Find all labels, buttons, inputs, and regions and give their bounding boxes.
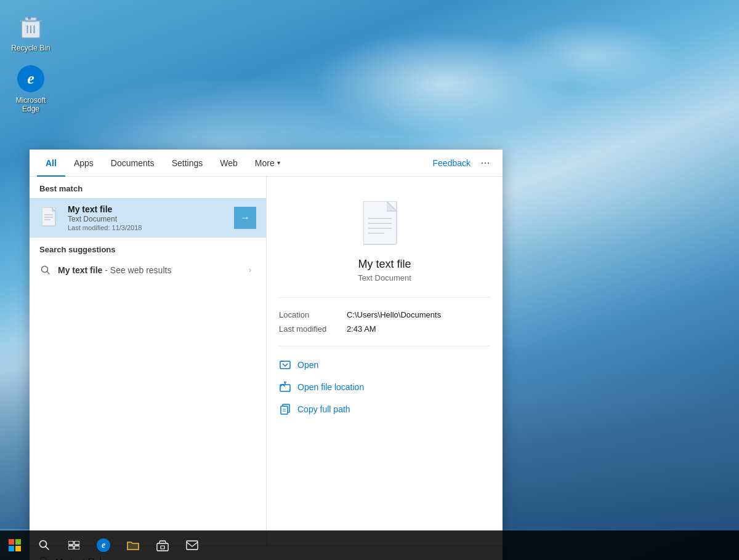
taskbar-search-button[interactable] bbox=[30, 530, 59, 560]
best-match-item[interactable]: My text file Text Document Last modified… bbox=[30, 198, 266, 238]
microsoft-edge-icon[interactable]: e Microsoft Edge bbox=[6, 62, 55, 116]
recycle-bin-icon[interactable]: ♻ Recycle Bin bbox=[6, 9, 55, 55]
svg-rect-40 bbox=[161, 546, 164, 549]
file-preview: My text file Text Document bbox=[279, 189, 490, 298]
suggestion-search-icon bbox=[39, 264, 52, 276]
modified-label: Last modified bbox=[279, 324, 347, 334]
recycle-bin-label: Recycle Bin bbox=[11, 44, 50, 52]
taskbar-store-button[interactable] bbox=[148, 530, 177, 560]
svg-rect-37 bbox=[68, 546, 73, 550]
copy-path-button[interactable]: Copy full path bbox=[279, 401, 490, 418]
more-options-button[interactable]: ··· bbox=[475, 153, 495, 173]
open-icon bbox=[279, 359, 291, 371]
svg-rect-18 bbox=[280, 361, 290, 369]
modified-row: Last modified 2:43 AM bbox=[279, 322, 490, 336]
location-row: Location C:\Users\Hello\Documents bbox=[279, 308, 490, 322]
taskview-button[interactable] bbox=[59, 530, 89, 560]
best-match-label: Best match bbox=[30, 177, 266, 198]
file-name-large: My text file bbox=[358, 258, 411, 271]
svg-line-12 bbox=[47, 272, 50, 274]
tab-documents[interactable]: Documents bbox=[102, 150, 163, 177]
svg-rect-29 bbox=[9, 539, 14, 545]
tabs-bar: All Apps Documents Settings Web More ▾ F… bbox=[30, 150, 503, 177]
svg-rect-24 bbox=[281, 406, 288, 414]
open-location-label: Open file location bbox=[297, 382, 364, 392]
svg-rect-39 bbox=[157, 543, 168, 551]
right-panel: My text file Text Document Location C:\U… bbox=[267, 177, 503, 546]
modified-value: 2:43 AM bbox=[347, 324, 376, 334]
tab-all[interactable]: All bbox=[37, 150, 65, 177]
tab-apps[interactable]: Apps bbox=[65, 150, 102, 177]
best-match-type: Text Document bbox=[68, 215, 234, 223]
tab-more[interactable]: More ▾ bbox=[246, 150, 289, 177]
chevron-down-icon: ▾ bbox=[277, 159, 280, 166]
best-match-name: My text file bbox=[68, 204, 234, 214]
arrow-right-icon: → bbox=[240, 212, 250, 223]
open-location-icon bbox=[279, 381, 291, 393]
taskbar-explorer-button[interactable] bbox=[118, 530, 148, 560]
location-value: C:\Users\Hello\Documents bbox=[347, 310, 441, 319]
svg-rect-41 bbox=[187, 541, 198, 550]
suggestion-arrow-icon: › bbox=[244, 264, 256, 276]
svg-rect-35 bbox=[68, 541, 73, 545]
suggestion-suffix: - See web results bbox=[102, 265, 171, 275]
taskbar-mail-button[interactable] bbox=[177, 530, 207, 560]
svg-rect-31 bbox=[9, 546, 14, 551]
search-suggestion-item[interactable]: My text file - See web results › bbox=[30, 259, 266, 281]
file-details: Location C:\Users\Hello\Documents Last m… bbox=[279, 298, 490, 346]
svg-rect-32 bbox=[15, 546, 21, 551]
best-match-text: My text file Text Document Last modified… bbox=[68, 204, 234, 231]
feedback-button[interactable]: Feedback bbox=[428, 158, 475, 168]
suggestion-query: My text file bbox=[58, 265, 102, 275]
search-panel: All Apps Documents Settings Web More ▾ F… bbox=[30, 150, 503, 560]
taskbar-edge-button[interactable]: e bbox=[89, 530, 118, 560]
edge-e-letter: e bbox=[27, 70, 34, 88]
copy-path-label: Copy full path bbox=[297, 404, 350, 414]
left-panel: Best match My text f bbox=[30, 177, 267, 546]
file-type-large: Text Document bbox=[358, 273, 411, 282]
file-actions: Open Open file location bbox=[279, 346, 490, 428]
svg-rect-30 bbox=[15, 539, 21, 545]
svg-line-34 bbox=[46, 546, 49, 550]
suggestion-text: My text file - See web results bbox=[58, 265, 244, 275]
open-button[interactable]: Open bbox=[279, 356, 490, 374]
svg-rect-36 bbox=[75, 541, 79, 545]
copy-path-icon bbox=[279, 403, 291, 415]
tab-settings[interactable]: Settings bbox=[163, 150, 212, 177]
microsoft-edge-label: Microsoft Edge bbox=[9, 96, 53, 114]
taskbar: e bbox=[0, 530, 739, 560]
best-match-arrow-button[interactable]: → bbox=[234, 207, 256, 229]
search-content: Best match My text f bbox=[30, 177, 503, 546]
desktop: ♻ Recycle Bin e Microsoft Edge All Apps … bbox=[0, 0, 739, 560]
open-location-button[interactable]: Open file location bbox=[279, 378, 490, 396]
start-button[interactable] bbox=[0, 530, 30, 560]
open-label: Open bbox=[297, 360, 318, 370]
tab-web[interactable]: Web bbox=[211, 150, 246, 177]
file-large-icon bbox=[363, 201, 406, 250]
file-icon-small bbox=[39, 207, 62, 229]
location-label: Location bbox=[279, 310, 347, 319]
svg-rect-38 bbox=[75, 546, 79, 550]
best-match-date: Last modified: 11/3/2018 bbox=[68, 224, 234, 231]
search-suggestions-label: Search suggestions bbox=[30, 238, 266, 259]
